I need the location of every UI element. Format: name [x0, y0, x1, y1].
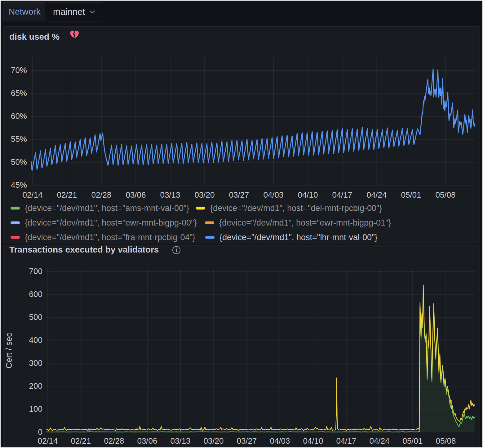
svg-text:{device="/dev/md1", host="lhr-: {device="/dev/md1", host="lhr-mnt-val-00…	[219, 233, 378, 242]
svg-text:500: 500	[29, 312, 42, 322]
svg-text:55%: 55%	[11, 134, 27, 144]
svg-text:disk used %: disk used %	[9, 32, 60, 42]
svg-text:300: 300	[29, 358, 42, 368]
svg-text:03/27: 03/27	[237, 436, 257, 446]
svg-text:05/08: 05/08	[436, 436, 456, 446]
svg-text:05/01: 05/01	[401, 190, 421, 199]
svg-text:02/14: 02/14	[22, 190, 42, 199]
svg-text:02/21: 02/21	[71, 436, 91, 446]
svg-text:100: 100	[29, 404, 42, 414]
svg-text:{device="/dev/md1", host="ams-: {device="/dev/md1", host="ams-mnt-val-00…	[25, 204, 189, 213]
svg-text:03/13: 03/13	[170, 436, 190, 446]
svg-text:{device="/dev/md1", host="fra-: {device="/dev/md1", host="fra-mnt-rpcbig…	[25, 233, 195, 242]
svg-text:60%: 60%	[11, 111, 27, 121]
svg-text:05/08: 05/08	[435, 190, 455, 199]
svg-text:600: 600	[29, 289, 42, 299]
svg-text:02/21: 02/21	[57, 190, 77, 199]
svg-text:03/20: 03/20	[203, 436, 224, 446]
svg-text:700: 700	[29, 267, 42, 276]
svg-text:04/10: 04/10	[298, 190, 318, 199]
svg-text:02/14: 02/14	[38, 436, 58, 446]
svg-text:04/10: 04/10	[303, 436, 323, 446]
svg-text:400: 400	[29, 335, 42, 345]
svg-text:0: 0	[38, 427, 42, 437]
svg-text:04/17: 04/17	[332, 190, 352, 199]
svg-text:04/24: 04/24	[369, 436, 389, 446]
svg-text:03/27: 03/27	[229, 190, 249, 199]
svg-text:Cert / sec: Cert / sec	[4, 333, 14, 369]
svg-text:65%: 65%	[11, 88, 27, 98]
svg-text:04/03: 04/03	[263, 190, 283, 199]
svg-text:{device="/dev/md1", host="del-: {device="/dev/md1", host="del-mnt-rpcbig…	[210, 204, 382, 213]
svg-text:{device="/dev/md1", host="ewr-: {device="/dev/md1", host="ewr-mnt-bigpg-…	[25, 218, 197, 227]
svg-text:50%: 50%	[11, 157, 27, 167]
svg-text:05/01: 05/01	[402, 436, 423, 446]
svg-text:02/28: 02/28	[104, 436, 124, 446]
svg-text:03/13: 03/13	[160, 190, 180, 199]
svg-text:03/06: 03/06	[126, 190, 146, 199]
svg-text:Transactions executed by valid: Transactions executed by validators	[9, 245, 159, 254]
svg-text:{device="/dev/md1", host="ewr-: {device="/dev/md1", host="ewr-mnt-bigpg-…	[219, 218, 391, 227]
svg-text:45%: 45%	[11, 180, 27, 190]
svg-text:03/20: 03/20	[194, 190, 215, 199]
svg-text:04/03: 04/03	[270, 436, 290, 446]
svg-text:200: 200	[29, 381, 42, 391]
svg-text:70%: 70%	[11, 65, 27, 75]
svg-text:04/17: 04/17	[336, 436, 356, 446]
svg-text:02/28: 02/28	[91, 190, 111, 199]
svg-text:04/24: 04/24	[366, 190, 387, 199]
svg-text:03/06: 03/06	[137, 436, 157, 446]
